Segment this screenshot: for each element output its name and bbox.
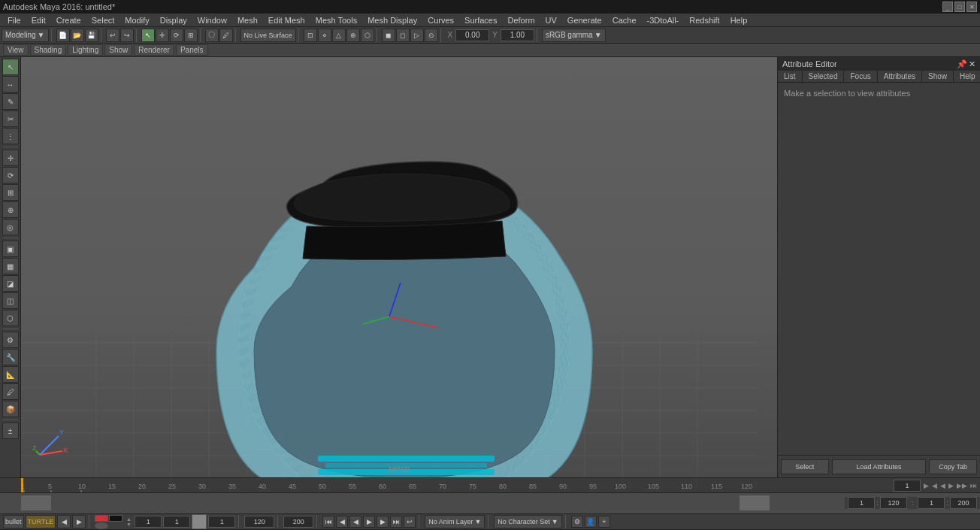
view-btn[interactable]: View: [3, 44, 29, 56]
char-btn3[interactable]: +: [598, 516, 610, 528]
render3[interactable]: ▷: [410, 29, 424, 42]
menu-cache[interactable]: Cache: [608, 15, 641, 26]
select-lt-btn[interactable]: ↖: [2, 59, 19, 75]
timeline-ruler[interactable]: 1 5 10 15 20 25 30 35 40 45 50 55 60 65 …: [0, 478, 980, 493]
open-btn[interactable]: 📂: [71, 29, 84, 42]
next-turtle-btn[interactable]: ▶: [72, 515, 86, 528]
char-btn2[interactable]: 👤: [585, 516, 597, 528]
ae-select-btn[interactable]: Select: [781, 459, 829, 474]
ae-load-btn[interactable]: Load Attributes: [832, 459, 927, 474]
menu-redshift[interactable]: Redshift: [685, 15, 724, 26]
timeline-track[interactable]: : : :: [0, 493, 980, 513]
scissors-lt-btn[interactable]: ✂: [2, 111, 19, 127]
extra-lt-btn[interactable]: ±: [2, 422, 19, 439]
viewport[interactable]: Y X Z persp: [21, 57, 777, 477]
component3-lt-btn[interactable]: ◪: [2, 275, 19, 292]
y-input[interactable]: [501, 29, 534, 41]
frame-end[interactable]: [244, 516, 274, 528]
pb-prev-frame[interactable]: ◀: [336, 516, 348, 528]
frame-input-2[interactable]: [163, 516, 190, 528]
ae-copy-btn[interactable]: Copy Tab: [929, 459, 977, 474]
shading-btn[interactable]: Shading: [30, 44, 67, 56]
renderer-btn[interactable]: Renderer: [134, 44, 174, 56]
tool5-lt-btn[interactable]: 📦: [2, 401, 19, 417]
pb-next-key[interactable]: ⏭: [390, 516, 402, 528]
attr-pin-btn[interactable]: 📌: [957, 59, 967, 69]
universal-lt-btn[interactable]: ⊕: [2, 201, 19, 218]
new-btn[interactable]: 📄: [56, 29, 70, 42]
ae-tab-attributes[interactable]: Attributes: [878, 71, 922, 82]
ae-tab-focus[interactable]: Focus: [844, 71, 877, 82]
rotate-tool[interactable]: ⟳: [170, 29, 183, 42]
menu-display[interactable]: Display: [156, 15, 192, 26]
live-surface[interactable]: No Live Surface: [240, 29, 296, 42]
close-btn[interactable]: ✕: [966, 2, 977, 12]
pb-play-rev[interactable]: ◀: [349, 516, 361, 528]
sphere-swatch[interactable]: [95, 522, 108, 529]
menu-edit-mesh[interactable]: Edit Mesh: [264, 15, 310, 26]
menu-uv[interactable]: UV: [541, 15, 561, 26]
current-frame-input[interactable]: [894, 480, 921, 492]
move-tool[interactable]: ✛: [156, 29, 169, 42]
pb-next-frame[interactable]: ▶: [377, 516, 389, 528]
tool4-lt-btn[interactable]: 🖊: [2, 383, 19, 400]
menu-mesh-display[interactable]: Mesh Display: [363, 15, 422, 26]
pb-play-fwd[interactable]: ▶: [363, 516, 375, 528]
render4[interactable]: ⊙: [425, 29, 438, 42]
attr-close-btn[interactable]: ✕: [969, 59, 975, 69]
undo-btn[interactable]: ↩: [106, 29, 119, 42]
snap3[interactable]: △: [332, 29, 346, 42]
panels-btn[interactable]: Panels: [176, 44, 208, 56]
pb-loop[interactable]: ↩: [404, 516, 416, 528]
menu-file[interactable]: File: [3, 15, 26, 26]
ae-tab-help[interactable]: Help: [954, 71, 980, 82]
menu-help[interactable]: Help: [726, 15, 752, 26]
x-input[interactable]: [455, 29, 489, 41]
modeling-dropdown[interactable]: Modeling ▼: [2, 29, 49, 42]
track-area[interactable]: [21, 494, 845, 512]
menu-curves[interactable]: Curves: [423, 15, 458, 26]
lighting-btn[interactable]: Lighting: [68, 44, 103, 56]
maximize-btn[interactable]: □: [954, 2, 965, 12]
ae-tab-show[interactable]: Show: [922, 71, 954, 82]
soft-lt-btn[interactable]: ◎: [2, 219, 19, 235]
menu-mesh-tools[interactable]: Mesh Tools: [311, 15, 361, 26]
char-btn1[interactable]: ⚙: [571, 516, 583, 528]
select-tool[interactable]: ↖: [141, 29, 155, 42]
scale-lt-btn[interactable]: ⊞: [2, 184, 19, 201]
range-start-input[interactable]: [918, 497, 945, 509]
prev-turtle-btn[interactable]: ◀: [57, 515, 71, 528]
turtle-label[interactable]: TURTLE: [26, 515, 56, 528]
redo-btn[interactable]: ↪: [120, 29, 134, 42]
window-controls[interactable]: _ □ ✕: [942, 2, 977, 12]
menu-3dtoall[interactable]: -3DtoAll-: [643, 15, 684, 26]
menu-surfaces[interactable]: Surfaces: [460, 15, 501, 26]
component4-lt-btn[interactable]: ◫: [2, 292, 19, 309]
color-box[interactable]: [192, 514, 207, 529]
component1-lt-btn[interactable]: ▣: [2, 241, 19, 257]
menu-window[interactable]: Window: [193, 15, 231, 26]
tool1-lt-btn[interactable]: ⚙: [2, 332, 19, 348]
pb-prev-key[interactable]: ⏮: [322, 516, 334, 528]
snap2[interactable]: ⋄: [318, 29, 331, 42]
playback-end-input[interactable]: [880, 497, 907, 509]
rotate-lt-btn[interactable]: ⟳: [2, 167, 19, 183]
menu-select[interactable]: Select: [87, 15, 119, 26]
expand-collapse[interactable]: ▲ ▼: [124, 516, 133, 527]
tool2-lt-btn[interactable]: 🔧: [2, 349, 19, 365]
bullet-label[interactable]: bullet: [3, 515, 24, 528]
fg-swatch[interactable]: [95, 515, 108, 522]
scale-tool[interactable]: ⊞: [184, 29, 198, 42]
snap4[interactable]: ⊕: [346, 29, 360, 42]
snap1[interactable]: ⊡: [304, 29, 317, 42]
render1[interactable]: ◼: [382, 29, 395, 42]
ae-tab-selected[interactable]: Selected: [803, 71, 845, 82]
component2-lt-btn[interactable]: ▦: [2, 258, 19, 274]
cursor-lt-btn[interactable]: ⋮: [2, 128, 19, 144]
paint-lt-btn[interactable]: ✎: [2, 93, 19, 110]
component5-lt-btn[interactable]: ⬡: [2, 310, 19, 326]
bg-swatch[interactable]: [109, 515, 122, 522]
range-end-input[interactable]: [950, 497, 977, 509]
menu-deform[interactable]: Deform: [503, 15, 539, 26]
ae-tab-list[interactable]: List: [778, 71, 803, 82]
